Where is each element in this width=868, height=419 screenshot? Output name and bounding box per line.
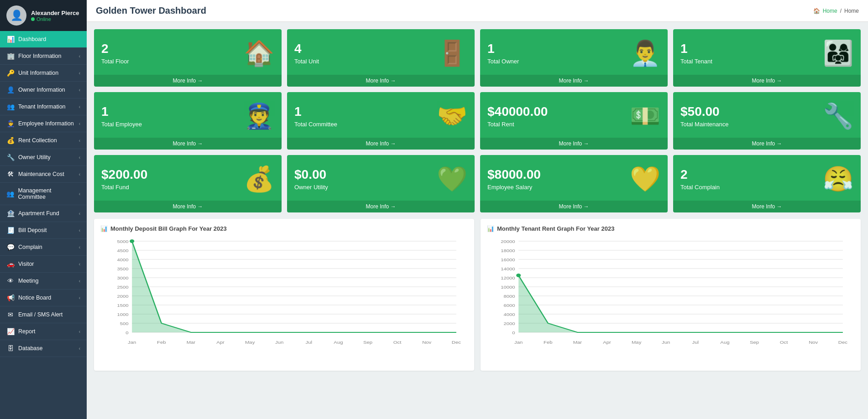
nav-icon-tenant-information: 👥 (6, 103, 15, 110)
card-number-total-tenant: 1 (680, 41, 712, 56)
sidebar-item-floor-information[interactable]: 🏢 Floor Information ‹ (0, 48, 87, 65)
nav-icon-floor-information: 🏢 (6, 52, 15, 60)
svg-text:16000: 16000 (501, 258, 515, 262)
card-label-total-committee: Total Committee (294, 121, 337, 128)
sidebar-item-rent-collection[interactable]: 💰 Rent Collection ‹ (0, 132, 87, 149)
sidebar-item-visitor[interactable]: 🚗 Visitor ‹ (0, 256, 87, 273)
sidebar-item-email-sms[interactable]: ✉ Email / SMS Alert (0, 306, 87, 323)
svg-text:2500: 2500 (117, 285, 129, 290)
svg-text:10000: 10000 (501, 285, 515, 290)
card-footer-total-floor[interactable]: More Info → (94, 75, 282, 87)
nav-icon-owner-utility: 🔧 (6, 154, 15, 161)
sidebar-item-meeting[interactable]: 👁 Meeting ‹ (0, 273, 87, 290)
card-footer-total-complain[interactable]: More Info → (673, 201, 861, 212)
card-total-fund: $200.00 Total Fund 💰 More Info → (94, 155, 282, 212)
card-number-total-floor: 2 (101, 41, 129, 56)
card-footer-total-rent[interactable]: More Info → (480, 138, 668, 150)
card-footer-total-employee[interactable]: More Info → (94, 138, 282, 150)
sidebar-item-notice-board[interactable]: 📢 Notice Board ‹ (0, 290, 87, 306)
nav-label-management-committee: Management Committee (18, 187, 79, 200)
card-total-complain: 2 Total Complain 😤 More Info → (673, 155, 861, 212)
svg-text:0: 0 (512, 331, 515, 335)
card-icon-total-employee: 👮 (244, 102, 274, 130)
card-footer-employee-salary[interactable]: More Info → (480, 201, 668, 212)
svg-text:Oct: Oct (393, 340, 402, 345)
sidebar-item-tenant-information[interactable]: 👥 Tenant Information ‹ (0, 98, 87, 115)
nav-icon-rent-collection: 💰 (6, 137, 15, 144)
svg-text:3000: 3000 (117, 276, 129, 280)
main-content: Golden Tower Dashboard 🏠 Home / Home 2 T… (87, 0, 868, 419)
sidebar-item-unit-information[interactable]: 🔑 Unit Information ‹ (0, 65, 87, 82)
nav-arrow-unit-information: ‹ (79, 71, 80, 76)
card-total-maintenance: $50.00 Total Maintenance 🔧 More Info → (673, 92, 861, 150)
card-icon-total-rent: 💵 (630, 102, 660, 130)
nav-label-maintenance-cost: Maintenance Cost (18, 171, 64, 177)
svg-text:Sep: Sep (750, 340, 759, 345)
card-footer-total-committee[interactable]: More Info → (287, 138, 475, 150)
card-footer-total-tenant[interactable]: More Info → (673, 75, 861, 87)
nav-arrow-employee-information: ‹ (79, 121, 80, 126)
nav-arrow-bill-deposit: ‹ (79, 228, 80, 233)
svg-text:1500: 1500 (117, 303, 129, 308)
card-total-tenant: 1 Total Tenant 👨‍👩‍👧 More Info → (673, 29, 861, 87)
nav-label-employee-information: Employee Information (18, 120, 74, 127)
nav-icon-apartment-fund: 🏦 (6, 210, 15, 217)
card-number-total-fund: $200.00 (101, 167, 147, 182)
svg-text:2000: 2000 (117, 294, 129, 299)
rent-chart-card: 📊 Monthly Tenant Rent Graph For Year 202… (481, 219, 861, 371)
nav-arrow-maintenance-cost: ‹ (79, 172, 80, 177)
nav-arrow-owner-utility: ‹ (79, 155, 80, 160)
card-icon-total-fund: 💰 (244, 165, 274, 193)
nav-icon-unit-information: 🔑 (6, 69, 15, 77)
svg-text:Dec: Dec (452, 340, 461, 345)
breadcrumb-current: Home (844, 8, 859, 14)
card-total-committee: 1 Total Committee 🤝 More Info → (287, 92, 475, 150)
card-icon-total-floor: 🏠 (244, 39, 274, 67)
sidebar-item-dashboard[interactable]: 📊 Dashboard (0, 31, 87, 48)
svg-point-34 (130, 239, 134, 243)
avatar: 👤 (6, 5, 26, 26)
rent-chart-title: 📊 Monthly Tenant Rent Graph For Year 202… (487, 225, 854, 232)
sidebar-item-bill-deposit[interactable]: 🧾 Bill Deposit ‹ (0, 222, 87, 239)
svg-text:5000: 5000 (117, 239, 129, 244)
card-footer-owner-utility[interactable]: More Info → (287, 201, 475, 212)
svg-text:Jan: Jan (514, 340, 523, 345)
card-number-employee-salary: $8000.00 (487, 167, 541, 182)
svg-text:Jun: Jun (275, 340, 284, 345)
card-footer-total-unit[interactable]: More Info → (287, 75, 475, 87)
card-number-total-employee: 1 (101, 104, 142, 119)
nav-arrow-report: ‹ (79, 329, 80, 334)
card-footer-total-maintenance[interactable]: More Info → (673, 138, 861, 150)
card-label-total-maintenance: Total Maintenance (680, 121, 729, 128)
svg-text:20000: 20000 (501, 239, 515, 244)
sidebar-item-report[interactable]: 📈 Report ‹ (0, 323, 87, 340)
sidebar-item-owner-information[interactable]: 👤 Owner Information ‹ (0, 82, 87, 98)
svg-text:Mar: Mar (573, 340, 582, 345)
nav-arrow-apartment-fund: ‹ (79, 211, 80, 216)
card-label-total-unit: Total Unit (294, 58, 319, 65)
card-footer-total-fund[interactable]: More Info → (94, 201, 282, 212)
sidebar-item-apartment-fund[interactable]: 🏦 Apartment Fund ‹ (0, 205, 87, 222)
svg-text:May: May (632, 340, 642, 345)
sidebar-item-complain[interactable]: 💬 Complain ‹ (0, 239, 87, 256)
card-number-total-maintenance: $50.00 (680, 104, 729, 119)
nav-label-apartment-fund: Apartment Fund (18, 210, 59, 217)
nav-label-dashboard: Dashboard (18, 36, 46, 42)
sidebar-item-database[interactable]: 🗄 Database ‹ (0, 340, 87, 357)
breadcrumb-home[interactable]: Home (823, 8, 837, 14)
svg-text:0: 0 (125, 331, 129, 335)
sidebar-item-management-committee[interactable]: 👥 Management Committee ‹ (0, 183, 87, 205)
deposit-chart-card: 📊 Monthly Deposit Bill Graph For Year 20… (94, 219, 474, 371)
nav-arrow-complain: ‹ (79, 245, 80, 250)
card-icon-total-committee: 🤝 (437, 102, 467, 130)
sidebar-item-owner-utility[interactable]: 🔧 Owner Utility ‹ (0, 149, 87, 166)
svg-text:Jan: Jan (128, 340, 136, 345)
nav-icon-email-sms: ✉ (6, 311, 15, 318)
sidebar-item-employee-information[interactable]: 👮 Employee Information ‹ (0, 115, 87, 132)
svg-text:Mar: Mar (187, 340, 196, 345)
card-footer-total-owner[interactable]: More Info → (480, 75, 668, 87)
svg-text:4000: 4000 (117, 258, 129, 262)
nav-icon-database: 🗄 (6, 345, 15, 352)
svg-point-69 (516, 274, 521, 277)
sidebar-item-maintenance-cost[interactable]: 🛠 Maintenance Cost ‹ (0, 166, 87, 183)
